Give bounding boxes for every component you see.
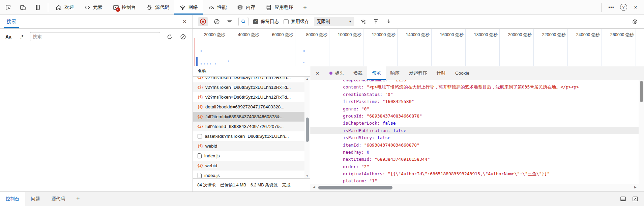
- json-preview-line[interactable]: itemId: "6893843740834660878": [310, 141, 639, 149]
- json-preview-line[interactable]: groupId: "6893843740834660878": [310, 112, 639, 120]
- json-preview-line[interactable]: firstPassTime: "1608425580": [310, 98, 639, 105]
- tab-elements[interactable]: 元素: [79, 0, 108, 15]
- json-preview-line[interactable]: chapterWordNumber: "2133": [310, 80, 639, 83]
- json-preview-line[interactable]: isPaidPublication: false: [310, 127, 639, 134]
- tab-memory[interactable]: 内存: [232, 0, 260, 15]
- timeline-tick-label: 120000 毫秒: [363, 29, 398, 66]
- tab-search[interactable]: 搜索: [4, 15, 19, 28]
- json-preview-line[interactable]: platform: "1": [310, 177, 639, 184]
- tab-welcome[interactable]: 欢迎: [50, 0, 79, 15]
- drawer-tab[interactable]: 问题: [25, 192, 46, 206]
- request-list-scrollbar[interactable]: ▲ ▼: [304, 77, 310, 178]
- network-conditions-icon[interactable]: [359, 18, 367, 26]
- json-preview-line[interactable]: originalAuthors: "[{\"AuthorId\":6865188…: [310, 170, 639, 177]
- json-key: content:: [343, 84, 364, 89]
- request-row[interactable]: webid: [193, 161, 304, 171]
- detail-tab-bar: × 标头 负载 预览 响应 发起程序 计时 Cookie: [310, 66, 644, 80]
- help-icon[interactable]: ?: [618, 2, 628, 12]
- inspect-element-icon[interactable]: [4, 3, 12, 11]
- throttling-select[interactable]: 无限制 ▼: [314, 17, 354, 26]
- json-preview-line[interactable]: isChapterLock: false: [310, 120, 639, 127]
- detail-tab[interactable]: 预览: [367, 66, 386, 80]
- scroll-down-icon[interactable]: ▼: [304, 175, 310, 178]
- scroll-left-icon[interactable]: ◀: [313, 185, 315, 189]
- detail-tab[interactable]: 发起程序: [404, 66, 432, 80]
- json-preview-line[interactable]: genre: "0": [310, 105, 639, 112]
- close-detail-panel-icon[interactable]: ×: [310, 66, 325, 80]
- drawer-tab[interactable]: 源代码: [46, 192, 71, 206]
- chip-icon: [237, 4, 243, 11]
- tab-console[interactable]: 控制台: [108, 0, 141, 15]
- json-preview-line[interactable]: isPaidStory: false: [310, 134, 639, 141]
- drawer-tab[interactable]: 控制台: [0, 192, 25, 206]
- json-value: "[{\"AuthorId\":6865188983593243915,\"Au…: [388, 171, 550, 176]
- request-row[interactable]: full?itemId=6893843740977267207&...: [193, 122, 304, 131]
- record-network-log-button[interactable]: [198, 17, 208, 26]
- search-input[interactable]: [30, 32, 160, 41]
- dock-bottom-icon[interactable]: [620, 196, 626, 202]
- request-row[interactable]: detail?bookId=689272047178403328...: [193, 102, 304, 112]
- preserve-log-checkbox[interactable]: 保留日志: [253, 19, 279, 25]
- detail-tab[interactable]: 标头: [325, 66, 349, 80]
- export-har-icon[interactable]: [385, 18, 393, 26]
- close-search-panel-icon[interactable]: ×: [183, 18, 186, 25]
- close-devtools-icon[interactable]: ×: [631, 2, 641, 12]
- json-preview-line[interactable]: nextItemId: "6893843740910158344": [310, 156, 639, 163]
- regex-toggle[interactable]: .*: [18, 33, 25, 40]
- refresh-search-icon[interactable]: [166, 33, 174, 41]
- request-row[interactable]: webid: [193, 141, 304, 151]
- detail-tab[interactable]: 响应: [386, 66, 404, 80]
- request-list-header[interactable]: 名称: [193, 66, 310, 77]
- more-tabs-button[interactable]: +: [298, 0, 312, 15]
- json-key: creationStatus:: [343, 92, 382, 97]
- add-drawer-tab-button[interactable]: +: [71, 192, 85, 206]
- scrollbar-thumb[interactable]: [306, 118, 309, 142]
- import-har-icon[interactable]: [372, 18, 380, 26]
- disable-cache-checkbox[interactable]: 禁用缓存: [284, 19, 309, 25]
- json-key: order:: [343, 164, 359, 169]
- detail-tab-label: 负载: [353, 70, 362, 76]
- device-emulation-icon[interactable]: [19, 3, 27, 11]
- clear-network-log-icon[interactable]: [213, 18, 221, 26]
- request-row[interactable]: full?itemId=6893843740834660878&...: [193, 112, 304, 122]
- more-options-icon[interactable]: ⋯: [606, 2, 616, 12]
- tab-network[interactable]: 网络: [174, 0, 203, 15]
- expand-drawer-icon[interactable]: [632, 196, 639, 202]
- clear-search-icon[interactable]: [179, 33, 187, 41]
- request-row[interactable]: v2?msToken=Ds6tkSyz1xLULhh12RxTd...: [193, 82, 304, 92]
- match-case-toggle[interactable]: Aa: [3, 33, 13, 40]
- scrollbar-thumb[interactable]: [640, 81, 643, 102]
- filter-icon[interactable]: [226, 18, 234, 26]
- scrollbar-thumb[interactable]: [318, 186, 392, 189]
- detail-tab[interactable]: 负载: [349, 66, 367, 80]
- scroll-right-icon[interactable]: ▶: [634, 185, 637, 189]
- detail-tab[interactable]: 计时: [432, 66, 450, 80]
- json-preview-line[interactable]: content: "<p>电瓶车慢悠悠的在大街上行驶，离开菲德罗的艺术雕塑群后，…: [310, 83, 639, 91]
- detail-tab[interactable]: Cookie: [450, 66, 474, 80]
- request-row[interactable]: index.js: [193, 151, 304, 161]
- code-icon: [84, 4, 91, 11]
- network-settings-gear-icon[interactable]: [631, 17, 639, 26]
- request-row[interactable]: asset-sdk?msToken=Ds6tkSyz1xLULhh...: [193, 131, 304, 141]
- request-name: detail?bookId=689272047178403328...: [205, 104, 285, 109]
- detail-tab-label: Cookie: [455, 71, 469, 76]
- tab-sources[interactable]: 源代码: [141, 0, 174, 15]
- tab-performance[interactable]: 性能: [203, 0, 232, 15]
- preview-vertical-scrollbar[interactable]: [639, 80, 644, 184]
- network-timeline-overview[interactable]: 20000 毫秒40000 毫秒60000 毫秒80000 毫秒100000 毫…: [193, 29, 644, 66]
- json-key: needPay:: [343, 150, 364, 155]
- request-name: v2?msToken=Ds6tkSyz1xLULhh12RxTd...: [205, 77, 291, 80]
- tab-application[interactable]: 应用程序: [260, 0, 298, 15]
- json-preview-line[interactable]: creationStatus: "0": [310, 91, 639, 98]
- focus-mode-icon[interactable]: [34, 3, 42, 11]
- preview-horizontal-scrollbar[interactable]: ◀ ▶: [310, 184, 644, 191]
- json-preview-line[interactable]: order: "2": [310, 163, 639, 170]
- network-status-bar: 84 次请求 已传输1.4 MB 6.2 MB 条资源 完成: [193, 178, 310, 191]
- scroll-up-icon[interactable]: ▲: [304, 77, 310, 80]
- search-network-button[interactable]: [238, 17, 248, 26]
- json-preview-line[interactable]: needPay: 0: [310, 149, 639, 156]
- request-row[interactable]: index.js: [193, 171, 304, 178]
- json-key: chapterWordNumber:: [343, 80, 390, 82]
- request-row[interactable]: v2?msToken=Ds6tkSyz1xLULhh12RxTd...: [193, 92, 304, 102]
- request-row[interactable]: v2?msToken=Ds6tkSyz1xLULhh12RxTd...: [193, 77, 304, 82]
